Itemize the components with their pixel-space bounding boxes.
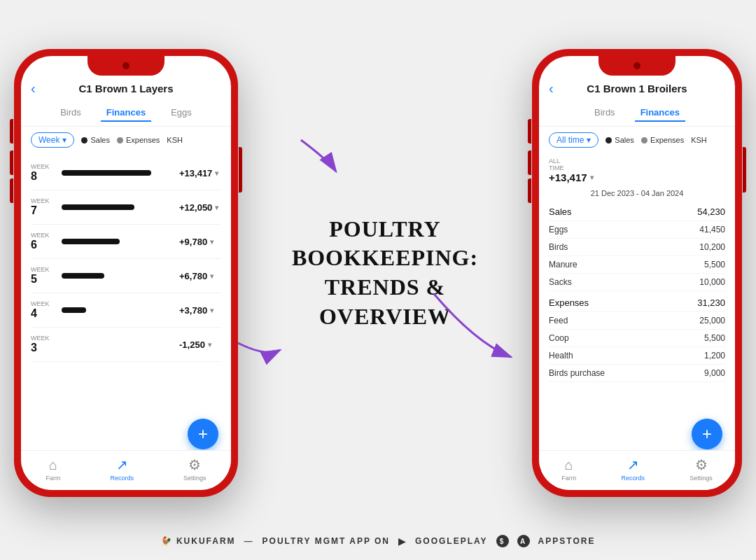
center-line1: poultry xyxy=(280,215,490,244)
fab-button-right[interactable]: + xyxy=(692,419,722,449)
farm-icon-right: ⌂ xyxy=(565,457,573,473)
tabs-left: Birds Finances Eggs xyxy=(21,100,231,127)
nav-farm-right[interactable]: ⌂ Farm xyxy=(561,457,576,482)
legend-expenses-right: Expenses xyxy=(641,136,684,144)
legend-sales-left: Sales xyxy=(81,136,110,144)
all-time-value: +13,417 ▾ xyxy=(549,172,725,183)
week-label-7: WEEK 7 xyxy=(31,197,56,217)
week-label-5: WEEK 5 xyxy=(31,266,56,286)
tabs-right: Birds Finances xyxy=(539,100,735,127)
chevron-3: ▾ xyxy=(208,341,211,349)
googleplay-label: GOOGLEPLAY xyxy=(415,536,488,546)
sales-label: Birds xyxy=(549,242,568,252)
nav-records-right[interactable]: ↗ Records xyxy=(621,456,645,482)
week-filter-label: Week xyxy=(38,135,59,145)
legend-ksh-right: KSH xyxy=(691,136,707,144)
bar-7 xyxy=(62,204,134,210)
sales-value: 41,450 xyxy=(699,225,725,234)
bar-5 xyxy=(62,273,104,279)
week-value-8: +13,417 ▾ xyxy=(179,168,221,178)
settings-icon-right: ⚙ xyxy=(695,456,708,473)
records-icon-left: ↗ xyxy=(116,456,128,473)
tab-finances-left[interactable]: Finances xyxy=(101,104,151,122)
nav-farm-label-left: Farm xyxy=(46,475,60,482)
week-value-4: +3,780 ▾ xyxy=(179,305,221,316)
expenses-value: 25,000 xyxy=(699,316,725,326)
alltime-filter[interactable]: All time ▾ xyxy=(549,132,598,148)
legend-ksh-left: KSH xyxy=(167,136,183,144)
sales-label: Sacks xyxy=(549,277,572,287)
center-annotation: poultry bookkeeping: Trends & Overview xyxy=(280,215,490,331)
week-row-8[interactable]: WEEK 8 +13,417 ▾ xyxy=(31,156,221,190)
legend-sales-label-left: Sales xyxy=(90,136,110,144)
expenses-label: Coop xyxy=(549,333,569,343)
expenses-header-label: Expenses xyxy=(549,298,589,308)
tab-eggs-left[interactable]: Eggs xyxy=(165,104,197,122)
legend-expenses-label-left: Expenses xyxy=(126,136,160,144)
nav-settings-label-left: Settings xyxy=(183,475,206,482)
expenses-row-health: Health 1,200 xyxy=(549,347,725,365)
chevron-8: ▾ xyxy=(215,169,218,177)
expenses-header-row: Expenses 31,230 xyxy=(549,294,725,312)
records-icon-right: ↗ xyxy=(627,456,639,473)
sales-dot-left xyxy=(81,137,88,144)
date-range: 21 Dec 2023 - 04 Jan 2024 xyxy=(549,189,725,197)
alltime-section: ALLTime +13,417 ▾ 21 Dec 2023 - 04 Jan 2… xyxy=(539,153,735,386)
sales-header-value: 54,230 xyxy=(697,206,725,217)
week-row-7[interactable]: WEEK 7 +12,050 ▾ xyxy=(31,190,221,225)
expenses-row-feed: Feed 25,000 xyxy=(549,312,725,330)
footer: 🐓 KUKUFARM — POULTRY MGMT APP ON ▶ GOOGL… xyxy=(0,535,756,547)
back-button-left[interactable]: ‹ xyxy=(31,80,36,97)
sales-dot-right xyxy=(606,137,612,144)
week-row-3[interactable]: WEEK 3 -1,250 ▾ xyxy=(31,328,221,362)
week-value-6: +9,780 ▾ xyxy=(179,237,221,247)
sales-label: Manure xyxy=(549,260,578,270)
filter-bar-right: All time ▾ Sales Expenses KSH xyxy=(539,127,735,153)
apple-icon2: A xyxy=(517,535,530,547)
apple-icon: $ xyxy=(496,535,509,547)
back-button-right[interactable]: ‹ xyxy=(549,80,554,97)
expenses-header-value: 31,230 xyxy=(697,298,725,308)
filter-chevron: ▾ xyxy=(62,135,66,145)
bar-4 xyxy=(62,307,86,313)
nav-settings-label-right: Settings xyxy=(690,475,713,482)
fab-button-left[interactable]: + xyxy=(188,419,218,449)
sales-value: 10,200 xyxy=(699,242,725,252)
farm-icon-left: ⌂ xyxy=(49,457,57,473)
footer-logo: 🐓 KUKUFARM xyxy=(161,536,236,546)
center-line3: Trends & Overview xyxy=(280,273,490,331)
week-label-4: WEEK 4 xyxy=(31,300,56,320)
bar-container-7 xyxy=(56,204,179,210)
nav-records-label-right: Records xyxy=(621,475,645,482)
tab-finances-right[interactable]: Finances xyxy=(635,104,685,122)
sales-items-container: Eggs 41,450 Birds 10,200 Manure 5,500 Sa… xyxy=(549,221,725,291)
appstore-label: APPSTORE xyxy=(538,536,596,546)
legend-expenses-label-right: Expenses xyxy=(650,136,684,144)
chevron-5: ▾ xyxy=(210,272,214,280)
legend-sales-label-right: Sales xyxy=(615,136,634,144)
week-row-4[interactable]: WEEK 4 +3,780 ▾ xyxy=(31,293,221,328)
screen-title-left: C1 Brown 1 Layers xyxy=(78,83,173,94)
sales-header-label: Sales xyxy=(549,206,572,217)
chevron-6: ▾ xyxy=(210,238,214,246)
screen-title-right: C1 Brown 1 Broilers xyxy=(587,83,687,94)
tab-birds-right[interactable]: Birds xyxy=(589,104,621,122)
tab-birds-left[interactable]: Birds xyxy=(55,104,87,122)
filter-bar-left: Week ▾ Sales Expenses KSH xyxy=(21,127,231,153)
week-row-5[interactable]: WEEK 5 +6,780 ▾ xyxy=(31,259,221,293)
week-row-6[interactable]: WEEK 6 +9,780 ▾ xyxy=(31,225,221,259)
week-filter[interactable]: Week ▾ xyxy=(31,132,74,148)
nav-settings-left[interactable]: ⚙ Settings xyxy=(183,456,206,482)
expenses-row-birds-purchase: Birds purchase 9,000 xyxy=(549,365,725,382)
left-phone: ‹ C1 Brown 1 Layers Birds Finances Eggs … xyxy=(14,49,238,497)
sales-row-sacks: Sacks 10,000 xyxy=(549,274,725,291)
legend-expenses-left: Expenses xyxy=(117,136,160,144)
nav-settings-right[interactable]: ⚙ Settings xyxy=(690,456,713,482)
sales-row-birds: Birds 10,200 xyxy=(549,239,725,256)
notch-left xyxy=(88,56,164,76)
expenses-value: 1,200 xyxy=(704,351,725,360)
nav-records-left[interactable]: ↗ Records xyxy=(110,456,134,482)
nav-farm-left[interactable]: ⌂ Farm xyxy=(46,457,60,482)
bar-8 xyxy=(62,170,151,176)
center-line2: bookkeeping: xyxy=(280,244,490,273)
